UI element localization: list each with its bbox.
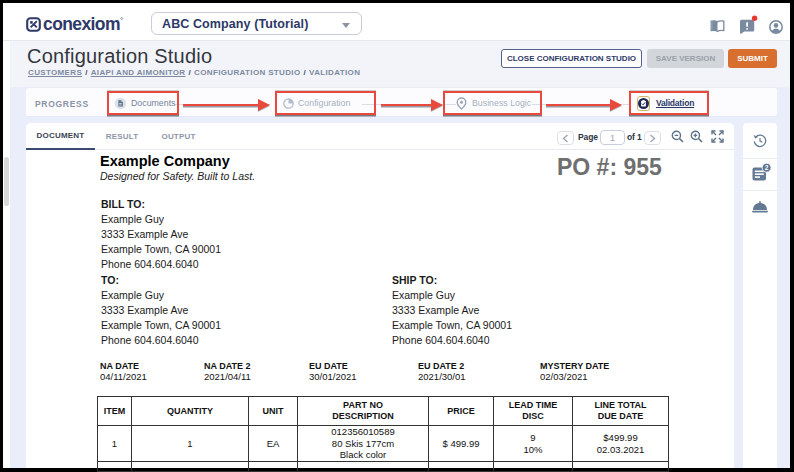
svg-text:2: 2 <box>765 164 769 171</box>
